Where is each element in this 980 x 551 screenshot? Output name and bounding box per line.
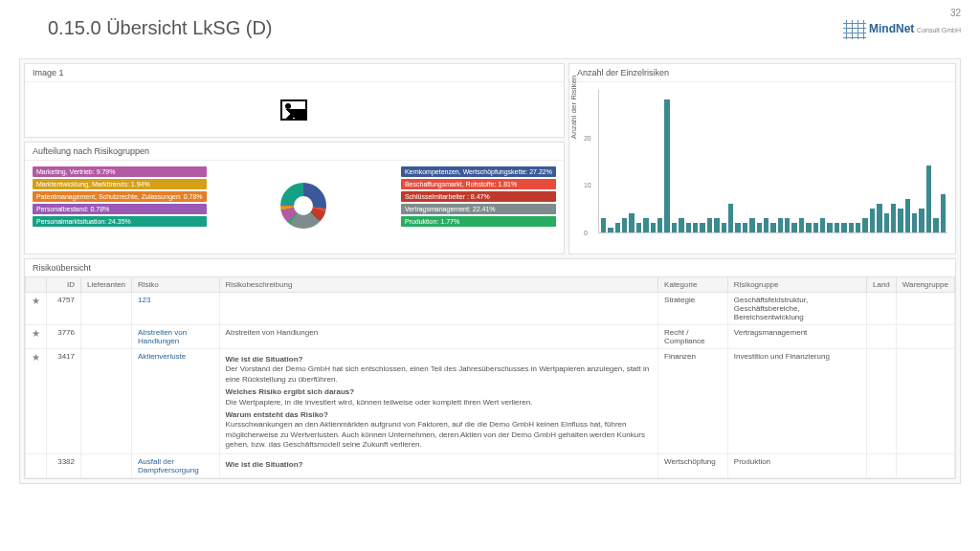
page-title: 0.15.0 Übersicht LkSG (D)	[19, 8, 273, 39]
column-header[interactable]	[26, 277, 47, 293]
bar[interactable]	[941, 194, 946, 232]
risk-group-tag[interactable]: Personalbestand: 0.78%	[33, 204, 207, 214]
bar[interactable]	[651, 223, 656, 232]
bar[interactable]	[700, 223, 704, 232]
bar[interactable]	[849, 223, 854, 232]
column-header[interactable]: Risikogruppe	[727, 277, 866, 293]
risk-groups-panel: Aufteilung nach Risikogruppen Marketing,…	[24, 142, 565, 254]
bar[interactable]	[608, 228, 612, 232]
bar[interactable]	[820, 218, 825, 232]
bar[interactable]	[862, 218, 867, 232]
bar[interactable]	[679, 218, 683, 232]
bar[interactable]	[629, 213, 634, 232]
table-row[interactable]: ★3417AktienverlusteWie ist die Situation…	[26, 349, 955, 454]
bar[interactable]	[806, 223, 811, 232]
risk-group-tag[interactable]: Personalmarktsituation: 24.35%	[33, 216, 207, 227]
bar[interactable]	[749, 218, 754, 232]
bar[interactable]	[841, 223, 846, 232]
table-row[interactable]: ★3776Abstreiten von HandlungenAbstreiten…	[26, 325, 955, 349]
bar[interactable]	[664, 99, 669, 232]
bar[interactable]	[778, 218, 783, 232]
y-axis-label: Anzahl der Risiken	[568, 75, 577, 139]
bar[interactable]	[884, 213, 889, 232]
bar[interactable]	[757, 223, 762, 232]
bar[interactable]	[919, 209, 924, 232]
risk-group-tag[interactable]: Vertragsmanagement: 22.41%	[401, 204, 556, 214]
y-tick: 20	[584, 134, 591, 141]
y-tick: 0	[584, 230, 588, 236]
table-row[interactable]: ★4757123StrategieGeschäftsfeldstruktur, …	[26, 293, 955, 325]
bar[interactable]	[707, 218, 712, 232]
bar[interactable]	[877, 204, 881, 232]
bar[interactable]	[735, 223, 740, 232]
bar[interactable]	[791, 223, 796, 232]
bar[interactable]	[785, 218, 790, 232]
column-header[interactable]: Risiko	[132, 277, 220, 293]
bar[interactable]	[905, 199, 910, 232]
bar[interactable]	[912, 213, 917, 232]
column-header[interactable]: Kategorie	[658, 277, 728, 293]
risk-groups-title: Aufteilung nach Risikogruppen	[25, 143, 564, 161]
bar[interactable]	[870, 209, 875, 232]
bar[interactable]	[827, 223, 832, 232]
logo-area: 32 MindNet Consult GmbH	[843, 8, 961, 39]
bar[interactable]	[799, 218, 804, 232]
bar[interactable]	[728, 204, 733, 232]
bar[interactable]	[770, 223, 775, 232]
image-placeholder-icon	[280, 99, 307, 121]
page-header: 0.15.0 Übersicht LkSG (D) 32 MindNet Con…	[19, 8, 961, 39]
bar[interactable]	[722, 223, 726, 232]
column-header[interactable]: Land	[866, 277, 896, 293]
bar[interactable]	[891, 204, 896, 232]
risk-table: IDLieferantenRisikoRisikobeschreibungKat…	[25, 276, 955, 478]
bar[interactable]	[743, 223, 747, 232]
bar[interactable]	[686, 223, 691, 232]
bar[interactable]	[657, 218, 662, 232]
risk-group-tag[interactable]: Marktentwicklung, Markttrends: 1.94%	[33, 179, 207, 189]
logo-subtext: Consult GmbH	[917, 27, 961, 33]
bar[interactable]	[835, 223, 839, 232]
table-panel: Risikoübersicht IDLieferantenRisikoRisik…	[24, 258, 956, 479]
bar[interactable]	[601, 218, 606, 232]
risk-group-tag[interactable]: Kernkompetenzen, Wertschöpfungskette: 27…	[401, 166, 556, 177]
bar[interactable]	[672, 223, 677, 232]
image-panel: Image 1	[24, 63, 565, 138]
column-header[interactable]: Warengruppe	[896, 277, 954, 293]
risk-group-tag[interactable]: Schlüsselmitarbeiter : 8.47%	[401, 191, 556, 202]
bar[interactable]	[764, 218, 768, 232]
risk-group-tag[interactable]: Marketing, Vertrieb: 9.79%	[33, 166, 207, 177]
bar[interactable]	[933, 218, 938, 232]
column-header[interactable]: Risikobeschreibung	[219, 277, 658, 293]
column-header[interactable]: Lieferanten	[81, 277, 132, 293]
bar[interactable]	[693, 223, 698, 232]
bar[interactable]	[898, 209, 902, 232]
donut-chart[interactable]	[280, 183, 326, 229]
bar[interactable]	[636, 223, 641, 232]
risk-link[interactable]: Abstreiten von Handlungen	[138, 328, 187, 345]
risk-group-tag[interactable]: Beschaffungsmarkt, Rohstoffe: 1.81%	[401, 179, 556, 189]
logo-icon	[843, 20, 866, 39]
page-number: 32	[843, 8, 961, 18]
bar[interactable]	[615, 223, 620, 232]
bar[interactable]	[856, 223, 860, 232]
risk-link[interactable]: Aktienverluste	[138, 352, 186, 361]
table-row[interactable]: 3382Ausfall der DampfversorgungWie ist d…	[26, 453, 955, 477]
logo-text: MindNet	[869, 22, 914, 35]
bar[interactable]	[622, 218, 627, 232]
column-header[interactable]: ID	[47, 277, 81, 293]
bar[interactable]	[813, 223, 818, 232]
bar[interactable]	[643, 218, 648, 232]
chart-area[interactable]: 01020	[598, 90, 947, 233]
star-icon[interactable]: ★	[32, 296, 40, 306]
risk-link[interactable]: Ausfall der Dampfversorgung	[138, 457, 199, 474]
bar[interactable]	[714, 218, 719, 232]
risk-group-tag[interactable]: Patentmanagement, Schutzrechte, Zulassun…	[33, 191, 207, 202]
bar-chart-panel: Anzahl der Einzelrisiken Anzahl der Risi…	[568, 63, 956, 254]
risk-group-tag[interactable]: Produktion: 1.77%	[401, 216, 556, 227]
star-icon[interactable]: ★	[32, 328, 40, 339]
dashboard: Image 1 Aufteilung nach Risikogruppen Ma…	[19, 58, 961, 484]
image-panel-title: Image 1	[25, 64, 564, 82]
star-icon[interactable]: ★	[32, 352, 40, 363]
risk-link[interactable]: 123	[138, 296, 150, 304]
bar[interactable]	[926, 165, 931, 232]
